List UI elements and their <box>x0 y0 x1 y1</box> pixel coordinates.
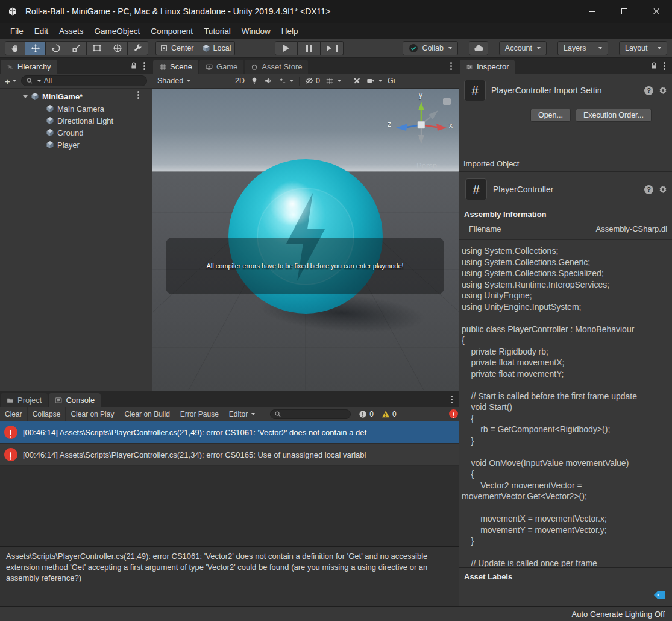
tab-hierarchy[interactable]: Hierarchy <box>1 60 57 74</box>
console-log-row[interactable]: [00:46:14] Assets\Scripts\PlayerControll… <box>0 444 459 466</box>
lock-icon[interactable] <box>650 61 658 70</box>
hierarchy-menu-icon[interactable] <box>143 65 145 67</box>
pivot-rotation-button[interactable]: Local <box>198 41 236 55</box>
info-count-toggle[interactable]: 0 <box>359 410 374 418</box>
menu-window[interactable]: Window <box>236 27 276 36</box>
menu-component[interactable]: Component <box>145 27 198 36</box>
audio-toggle[interactable] <box>264 77 272 85</box>
layout-dropdown[interactable]: Layout <box>619 41 667 55</box>
scene-camera-dropdown[interactable] <box>366 77 382 85</box>
menu-gameobject[interactable]: GameObject <box>89 27 146 36</box>
import-settings-title: PlayerController Import Settin <box>491 86 639 95</box>
hand-tool-button[interactable] <box>5 41 25 55</box>
maximize-button[interactable] <box>608 0 640 23</box>
space-label: Local <box>213 44 231 52</box>
console-search-input[interactable] <box>270 409 351 419</box>
console-empty-area <box>0 466 459 546</box>
play-button[interactable] <box>275 41 298 55</box>
tab-asset-store[interactable]: Asset Store <box>245 60 308 74</box>
minimize-button[interactable] <box>576 0 608 23</box>
search-value: All <box>44 77 52 85</box>
clear-on-build-button[interactable]: Clear on Build <box>119 407 175 421</box>
gear-icon[interactable] <box>659 185 667 194</box>
pivot-mode-button[interactable]: Center <box>155 41 198 55</box>
2d-toggle[interactable]: 2D <box>235 77 245 85</box>
open-button[interactable]: Open... <box>530 109 571 122</box>
tab-scene[interactable]: Scene <box>153 60 198 74</box>
clear-button[interactable]: Clear <box>0 407 28 421</box>
scene-viewport[interactable]: All compiler errors have to be fixed bef… <box>152 89 459 391</box>
menu-help[interactable]: Help <box>276 27 304 36</box>
hierarchy-item-main-camera[interactable]: Main Camera <box>0 102 152 115</box>
gizmos-dropdown[interactable]: Gi <box>388 77 395 85</box>
account-dropdown[interactable]: Account <box>499 41 547 55</box>
speaker-icon <box>264 77 272 85</box>
scene-tools-button[interactable] <box>353 77 361 85</box>
transform-tool-button[interactable] <box>107 41 128 55</box>
tab-console[interactable]: Console <box>49 393 101 407</box>
inspector-menu-icon[interactable] <box>664 65 665 67</box>
gameobject-cube-icon <box>46 116 54 125</box>
create-object-button[interactable]: + <box>2 76 19 86</box>
gizmo-z-label: z <box>388 120 391 128</box>
inspector-panel: Inspector # PlayerController Import Sett… <box>459 58 672 606</box>
console-menu-icon[interactable] <box>451 399 453 400</box>
shading-mode-dropdown[interactable]: Shaded <box>157 77 190 85</box>
collapse-button[interactable]: Collapse <box>28 407 66 421</box>
scene-row[interactable]: MiniGame* <box>0 90 152 102</box>
help-icon[interactable]: ? <box>644 86 653 95</box>
execution-order-button[interactable]: Execution Order... <box>576 109 652 122</box>
menu-assets[interactable]: Assets <box>54 27 89 36</box>
lock-icon[interactable] <box>130 61 138 70</box>
close-button[interactable] <box>640 0 672 23</box>
menu-edit[interactable]: Edit <box>29 27 54 36</box>
move-tool-button[interactable] <box>25 41 46 55</box>
scene-visibility-toggle[interactable]: 0 <box>305 77 320 85</box>
gizmo-y-label: y <box>419 91 422 99</box>
clear-on-play-button[interactable]: Clear on Play <box>66 407 119 421</box>
error-pause-button[interactable]: Error Pause <box>175 407 224 421</box>
tab-inspector[interactable]: Inspector <box>460 60 515 74</box>
hierarchy-item-directional-light[interactable]: Directional Light <box>0 115 152 127</box>
menu-file[interactable]: File <box>5 27 29 36</box>
error-count-toggle[interactable] <box>449 409 458 418</box>
layers-dropdown[interactable]: Layers <box>557 41 608 55</box>
scene-menu-icon[interactable] <box>137 94 139 96</box>
label-tag-button[interactable] <box>653 588 666 602</box>
lighting-toggle[interactable] <box>250 77 259 85</box>
step-button[interactable] <box>321 41 344 55</box>
hierarchy-item-ground[interactable]: Ground <box>0 127 152 139</box>
gear-icon[interactable] <box>659 86 667 95</box>
gizmo-projection-label[interactable]: Persp <box>416 161 437 170</box>
rotate-tool-button[interactable] <box>46 41 66 55</box>
rect-tool-button[interactable] <box>87 41 107 55</box>
console-log-row[interactable]: [00:46:14] Assets\Scripts\PlayerControll… <box>0 421 459 444</box>
script-title: PlayerController <box>493 184 638 194</box>
effects-dropdown[interactable] <box>278 77 294 85</box>
cloud-button[interactable] <box>469 41 488 55</box>
menu-tutorial[interactable]: Tutorial <box>198 27 236 36</box>
grid-dropdown[interactable] <box>325 77 341 85</box>
help-icon[interactable]: ? <box>644 185 653 194</box>
custom-tool-button[interactable] <box>128 41 148 55</box>
foldout-icon[interactable] <box>23 95 28 98</box>
hammer-wrench-icon <box>353 77 361 85</box>
pause-button[interactable] <box>298 41 321 55</box>
hierarchy-item-player[interactable]: Player <box>0 139 152 151</box>
csharp-script-icon: # <box>464 80 486 101</box>
collab-dropdown[interactable]: Collab <box>403 41 457 55</box>
hierarchy-search-input[interactable]: All <box>21 75 147 86</box>
warning-count-toggle[interactable]: 0 <box>382 410 397 418</box>
unity-scene-icon <box>31 92 39 101</box>
transform-icon <box>113 43 122 53</box>
asset-store-icon <box>251 63 258 71</box>
scale-tool-button[interactable] <box>66 41 87 55</box>
scene-page-icon <box>443 98 451 105</box>
auto-generate-lighting-status[interactable]: Auto Generate Lighting Off <box>572 610 665 619</box>
tab-game[interactable]: Game <box>199 60 243 74</box>
playmode-error-overlay: All compiler errors have to be fixed bef… <box>166 238 444 294</box>
tab-project[interactable]: Project <box>1 393 48 407</box>
editor-dropdown[interactable]: Editor <box>224 407 260 421</box>
window-title: Roll-a-Ball - MiniGame - PC, Mac & Linux… <box>25 7 330 16</box>
scene-menu-icon[interactable] <box>450 65 452 67</box>
